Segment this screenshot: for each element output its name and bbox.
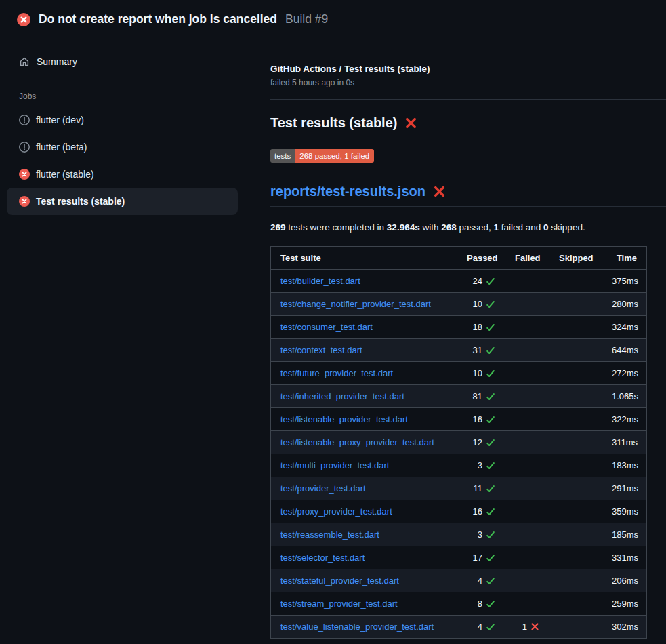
skipped-cell	[549, 477, 602, 500]
test-suite-link[interactable]: test/inherited_provider_test.dart	[280, 391, 404, 401]
failed-cell	[505, 316, 549, 339]
test-suite-cell: test/builder_test.dart	[271, 270, 457, 293]
table-row: test/listenable_provider_test.dart16322m…	[271, 408, 647, 431]
count: 10	[473, 298, 482, 310]
count: 11	[474, 482, 483, 495]
sidebar-item-summary[interactable]: Summary	[7, 51, 238, 73]
passed-cell: 4	[457, 569, 505, 592]
test-suite-cell: test/change_notifier_provider_test.dart	[271, 293, 457, 316]
count: 24	[473, 275, 482, 287]
test-suite-link[interactable]: test/reassemble_test.dart	[280, 529, 379, 540]
passed-cell-value: 17	[473, 551, 495, 564]
passed-cell-value: 11	[474, 482, 496, 495]
passed-cell: 17	[457, 546, 505, 569]
test-suite-cell: test/provider_test.dart	[271, 477, 457, 500]
test-suite-cell: test/selector_test.dart	[271, 546, 457, 569]
test-suite-cell: test/proxy_provider_test.dart	[271, 500, 457, 523]
passed-cell-value: 10	[473, 367, 495, 380]
test-suite-link[interactable]: test/stateful_provider_test.dart	[280, 576, 399, 586]
skipped-cell	[549, 546, 602, 569]
column-header-skipped: Skipped	[549, 247, 602, 270]
test-suite-link[interactable]: test/proxy_provider_test.dart	[280, 506, 392, 517]
passed-cell: 18	[457, 316, 505, 339]
test-suite-link[interactable]: test/consumer_test.dart	[280, 322, 373, 332]
job-label: flutter (beta)	[36, 142, 87, 153]
count: 16	[473, 413, 482, 426]
green-check-icon	[486, 438, 495, 447]
sidebar-job-item[interactable]: flutter (dev)	[7, 106, 238, 134]
skipped-cell	[549, 616, 602, 639]
test-results-table: Test suite Passed Failed Skipped Time te…	[270, 246, 647, 639]
time-cell: 272ms	[602, 362, 647, 385]
job-list: flutter (dev)flutter (beta)flutter (stab…	[7, 106, 270, 215]
sidebar-job-item[interactable]: Test results (stable)	[7, 188, 238, 215]
green-check-icon	[486, 323, 495, 332]
sidebar-job-item[interactable]: flutter (beta)	[7, 134, 238, 161]
test-suite-link[interactable]: test/provider_test.dart	[280, 483, 366, 494]
time-cell: 302ms	[602, 616, 647, 639]
passed-cell: 16	[457, 500, 505, 523]
count: 3	[478, 459, 482, 472]
count: 4	[478, 620, 482, 633]
passed-cell-value: 81	[473, 390, 495, 403]
time-cell: 206ms	[602, 569, 647, 592]
passed-cell: 8	[457, 592, 505, 616]
test-suite-link[interactable]: test/builder_test.dart	[280, 276, 360, 286]
passed-cell-value: 10	[473, 298, 495, 310]
summary-segment: failed and	[499, 222, 543, 233]
test-suite-link[interactable]: test/selector_test.dart	[280, 552, 365, 563]
count: 4	[478, 574, 482, 587]
test-suite-link[interactable]: test/future_provider_test.dart	[280, 368, 393, 378]
skipped-cell	[549, 293, 602, 316]
test-suite-cell: test/context_test.dart	[271, 339, 457, 362]
passed-cell: 3	[457, 523, 505, 546]
section-heading-report-file: reports/test-results.json	[270, 183, 666, 207]
jobs-section-heading: Jobs	[19, 92, 270, 101]
test-suite-link[interactable]: test/context_test.dart	[280, 345, 362, 355]
count: 8	[478, 597, 482, 610]
table-row: test/change_notifier_provider_test.dart1…	[271, 293, 647, 316]
skipped-cell	[549, 339, 602, 362]
run-header: Do not create report when job is cancell…	[0, 0, 666, 33]
time-cell: 322ms	[602, 408, 647, 431]
table-row: test/builder_test.dart24375ms	[271, 270, 647, 293]
section-title: Test results (stable)	[270, 115, 397, 131]
test-suite-link[interactable]: test/listenable_proxy_provider_test.dart	[280, 437, 434, 447]
sidebar: Summary Jobs flutter (dev)flutter (beta)…	[0, 33, 270, 215]
test-suite-link[interactable]: test/listenable_provider_test.dart	[280, 414, 408, 424]
test-suite-link[interactable]: test/value_listenable_provider_test.dart	[280, 622, 434, 632]
test-suite-link[interactable]: test/stream_provider_test.dart	[280, 599, 398, 609]
passed-cell: 16	[457, 408, 505, 431]
passed-cell: 3	[457, 454, 505, 477]
time-cell: 259ms	[602, 592, 647, 616]
badge-label: tests	[270, 149, 295, 163]
summary-segment: 0	[543, 222, 549, 233]
test-suite-link[interactable]: test/multi_provider_test.dart	[280, 460, 389, 470]
home-icon	[19, 56, 30, 67]
table-row: test/stateful_provider_test.dart4206ms	[271, 569, 647, 592]
run-title: Do not create report when job is cancell…	[39, 12, 277, 26]
sidebar-job-item[interactable]: flutter (stable)	[7, 161, 238, 188]
failed-cell	[505, 500, 549, 523]
time-cell: 183ms	[602, 454, 647, 477]
passed-cell: 24	[457, 270, 505, 293]
table-row: test/context_test.dart31644ms	[271, 339, 647, 362]
report-file-link[interactable]: reports/test-results.json	[270, 183, 425, 199]
green-check-icon	[486, 622, 495, 632]
main-content: GitHub Actions / Test results (stable) f…	[270, 33, 666, 639]
passed-cell: 31	[457, 339, 505, 362]
summary-segment: 268	[441, 222, 457, 233]
passed-cell-value: 4	[478, 574, 495, 587]
skipped-cell	[549, 592, 602, 616]
red-x-icon	[404, 117, 417, 129]
table-row: test/stream_provider_test.dart8259ms	[271, 592, 647, 616]
failed-cell	[505, 477, 549, 500]
time-cell: 644ms	[602, 339, 647, 362]
test-suite-cell: test/inherited_provider_test.dart	[271, 385, 457, 408]
passed-cell: 10	[457, 293, 505, 316]
job-label: flutter (dev)	[36, 115, 84, 125]
test-suite-link[interactable]: test/change_notifier_provider_test.dart	[280, 299, 431, 309]
time-cell: 311ms	[602, 431, 647, 454]
passed-cell-value: 3	[478, 528, 495, 541]
section-heading-test-results: Test results (stable)	[270, 115, 666, 138]
